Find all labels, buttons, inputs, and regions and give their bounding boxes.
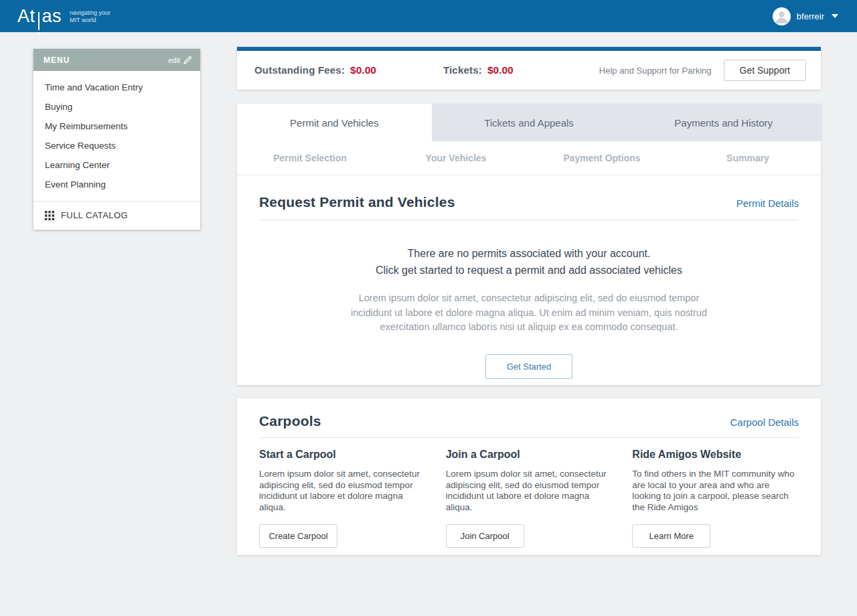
tab-tickets-and-appeals[interactable]: Tickets and Appeals (432, 104, 627, 141)
learn-more-button[interactable]: Learn More (632, 524, 710, 548)
full-catalog-button[interactable]: FULL CATALOG (33, 202, 200, 230)
app-header: Atas navigating your MIT world bferreir (0, 0, 857, 32)
get-support-button[interactable]: Get Support (724, 60, 807, 81)
carpools-card: Carpools Carpool Details Start a Carpool… (237, 398, 821, 555)
page-title: Request Permit and Vehicles (259, 194, 455, 210)
sidebar-item-my-reimbursements[interactable]: My Reimbursements (33, 117, 200, 136)
atlas-tagline: navigating your MIT world (70, 9, 110, 24)
atlas-logo[interactable]: Atas navigating your MIT world (17, 6, 110, 27)
sidebar-item-event-planning[interactable]: Event Planning (33, 175, 200, 194)
join-carpool-button[interactable]: Join Carpool (446, 524, 524, 548)
tickets-value: $0.00 (487, 64, 514, 76)
menu-list: Time and Vacation Entry Buying My Reimbu… (33, 71, 200, 230)
carpool-details-link[interactable]: Carpool Details (730, 416, 799, 428)
person-icon (773, 7, 791, 25)
tickets-label: Tickets: (443, 64, 482, 76)
tab-permit-and-vehicles[interactable]: Permit and Vehicles (237, 104, 432, 141)
username-label: bferreir (797, 11, 824, 21)
carpool-column-start: Start a Carpool Lorem ipsum dolor sit am… (259, 449, 426, 548)
full-catalog-label: FULL CATALOG (61, 210, 128, 220)
sidebar-item-buying[interactable]: Buying (33, 97, 200, 117)
ride-amigos-title: Ride Amigos Website (632, 449, 799, 461)
start-carpool-text: Lorem ipsum dolor sit amet, consectetur … (259, 469, 426, 513)
steps-row: Permit Selection Your Vehicles Payment O… (237, 141, 821, 175)
ride-amigos-text: To find others in the MIT community who … (632, 469, 799, 513)
create-carpool-button[interactable]: Create Carpool (259, 524, 337, 548)
get-started-button[interactable]: Get Started (485, 354, 572, 379)
carpool-column-ride-amigos: Ride Amigos Website To find others in th… (632, 449, 799, 548)
outstanding-fees-label: Outstanding Fees: (254, 64, 345, 76)
step-your-vehicles[interactable]: Your Vehicles (383, 141, 529, 175)
carpools-title: Carpools (259, 413, 321, 429)
tab-payments-and-history[interactable]: Payments and History (626, 104, 821, 141)
step-summary[interactable]: Summary (675, 141, 821, 175)
tickets-fees: Tickets: $0.00 (443, 64, 514, 76)
join-carpool-text: Lorem ipsum dolor sit amet, consectetur … (446, 469, 613, 513)
permit-description-text: Lorem ipsum dolor sit amet, consectetur … (341, 291, 716, 335)
step-payment-options[interactable]: Payment Options (529, 141, 675, 175)
atlas-logo-bar (38, 12, 40, 30)
outstanding-fees: Outstanding Fees: $0.00 (254, 64, 376, 76)
chevron-down-icon (832, 14, 838, 18)
atlas-logo-text: Atas (17, 6, 62, 27)
outstanding-fees-value: $0.00 (350, 64, 376, 76)
sidebar-item-service-requests[interactable]: Service Requests (33, 136, 200, 155)
menu-edit-button[interactable]: edit (168, 56, 192, 64)
step-permit-selection[interactable]: Permit Selection (237, 141, 383, 175)
help-support-text: Help and Support for Parking (599, 66, 712, 76)
join-carpool-title: Join a Carpool (446, 449, 613, 461)
permit-panel: Permit Selection Your Vehicles Payment O… (237, 141, 821, 385)
carpool-column-join: Join a Carpool Lorem ipsum dolor sit ame… (446, 449, 613, 548)
user-avatar (773, 7, 791, 25)
sidebar-item-learning-center[interactable]: Learning Center (33, 155, 200, 175)
menu-edit-label: edit (168, 56, 180, 64)
menu-title: MENU (44, 56, 70, 65)
menu-header: MENU edit (33, 49, 200, 71)
menu-card: MENU edit Time and Vacation Entry Buying… (33, 49, 200, 230)
main-panel: Permit and Vehicles Tickets and Appeals … (237, 104, 821, 385)
user-menu[interactable]: bferreir (773, 7, 838, 25)
permit-details-link[interactable]: Permit Details (736, 198, 799, 209)
fees-bar: Outstanding Fees: $0.00 Tickets: $0.00 H… (237, 47, 821, 90)
start-carpool-title: Start a Carpool (259, 449, 426, 461)
tabs-row: Permit and Vehicles Tickets and Appeals … (237, 104, 821, 141)
grid-icon (45, 211, 54, 220)
edit-pencil-icon (183, 56, 192, 64)
empty-permits-message: There are no permits associated with you… (259, 245, 799, 279)
sidebar-item-time-and-vacation-entry[interactable]: Time and Vacation Entry (33, 78, 200, 97)
